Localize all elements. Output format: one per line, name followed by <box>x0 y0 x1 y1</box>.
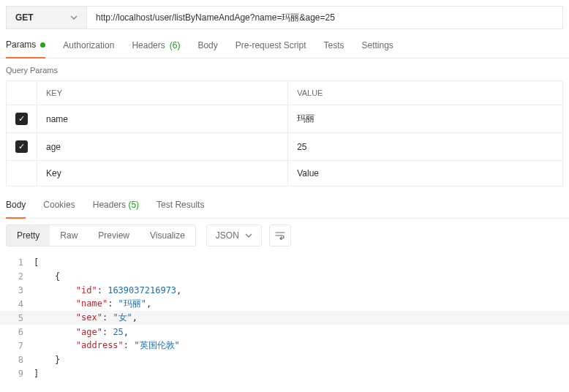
response-body: 1[2 {3 "id": 1639037216973,4 "name": "玛丽… <box>0 252 569 389</box>
line-number: 6 <box>0 327 34 337</box>
table-row-empty: KeyValue <box>7 161 563 186</box>
code-content: [ <box>34 257 39 268</box>
code-content: "address": "英国伦敦" <box>34 339 180 352</box>
query-params-label: Query Params <box>0 59 569 80</box>
line-number: 5 <box>0 313 34 323</box>
query-params-table: KEY VALUE ✓name玛丽✓age25KeyValue <box>6 80 563 186</box>
code-line[interactable]: 7 "address": "英国伦敦" <box>0 339 569 353</box>
param-value-cell[interactable]: 玛丽 <box>288 105 563 133</box>
line-number: 1 <box>0 257 34 268</box>
line-number: 2 <box>0 271 34 282</box>
resp-tab-body[interactable]: Body <box>6 200 26 219</box>
code-content: } <box>34 355 60 365</box>
param-key-cell[interactable]: name <box>37 105 288 133</box>
resp-tab-headers[interactable]: Headers (5) <box>93 200 139 218</box>
view-visualize[interactable]: Visualize <box>140 225 195 246</box>
view-pretty[interactable]: Pretty <box>7 225 50 246</box>
param-key-placeholder[interactable]: Key <box>37 161 288 186</box>
view-mode-group: Pretty Raw Preview Visualize <box>6 225 196 246</box>
http-method-select[interactable]: GET <box>7 7 87 29</box>
col-value: VALUE <box>288 81 563 105</box>
table-row: ✓name玛丽 <box>7 105 563 133</box>
tab-headers-count: (6) <box>170 40 181 50</box>
tab-headers[interactable]: Headers (6) <box>132 39 180 58</box>
param-checkbox[interactable]: ✓ <box>7 105 37 133</box>
line-number: 9 <box>0 369 34 379</box>
col-check <box>7 81 37 105</box>
request-tabs: Params Authorization Headers (6) Body Pr… <box>0 29 569 59</box>
code-content: ] <box>34 369 39 379</box>
url-input[interactable] <box>87 7 562 29</box>
param-value-cell[interactable]: 25 <box>288 133 563 161</box>
view-raw[interactable]: Raw <box>50 225 88 246</box>
request-bar: GET <box>6 6 563 29</box>
code-content: "id": 1639037216973, <box>34 285 181 295</box>
format-select[interactable]: JSON <box>206 225 262 246</box>
param-checkbox-empty <box>7 161 37 186</box>
view-preview[interactable]: Preview <box>88 225 140 246</box>
wrap-lines-icon[interactable] <box>269 225 291 246</box>
code-line[interactable]: 4 "name": "玛丽", <box>0 297 569 311</box>
tab-params[interactable]: Params <box>6 39 45 59</box>
check-icon: ✓ <box>15 113 28 125</box>
param-key-cell[interactable]: age <box>37 133 288 161</box>
tab-headers-label: Headers <box>132 40 165 50</box>
code-line[interactable]: 5 "sex": "女", <box>0 311 569 325</box>
code-line[interactable]: 8 } <box>0 353 569 366</box>
line-number: 4 <box>0 299 34 309</box>
code-content: "sex": "女", <box>34 312 137 324</box>
param-value-placeholder[interactable]: Value <box>288 161 563 186</box>
code-line[interactable]: 6 "age": 25, <box>0 325 569 339</box>
chevron-down-icon <box>70 15 78 20</box>
resp-tab-cookies[interactable]: Cookies <box>43 200 75 218</box>
format-label: JSON <box>216 230 239 241</box>
tab-authorization[interactable]: Authorization <box>63 39 114 58</box>
code-line[interactable]: 1[ <box>0 255 569 269</box>
line-number: 8 <box>0 355 34 365</box>
code-content: "name": "玛丽", <box>34 298 151 310</box>
table-row: ✓age25 <box>7 133 563 161</box>
response-view-bar: Pretty Raw Preview Visualize JSON <box>0 219 569 252</box>
code-line[interactable]: 3 "id": 1639037216973, <box>0 283 569 297</box>
tab-settings[interactable]: Settings <box>362 39 393 58</box>
col-key: KEY <box>37 81 288 105</box>
chevron-down-icon <box>245 233 252 238</box>
line-number: 3 <box>0 285 34 295</box>
param-checkbox[interactable]: ✓ <box>7 133 37 161</box>
resp-tab-test-results[interactable]: Test Results <box>157 200 204 218</box>
code-content: { <box>34 271 60 282</box>
code-line[interactable]: 2 { <box>0 269 569 283</box>
resp-tab-headers-label: Headers <box>93 200 126 210</box>
tab-tests[interactable]: Tests <box>323 39 344 58</box>
code-content: "age": 25, <box>34 327 129 337</box>
response-tabs: Body Cookies Headers (5) Test Results <box>0 186 569 219</box>
tab-body[interactable]: Body <box>197 39 217 58</box>
tab-params-label: Params <box>6 39 36 50</box>
check-icon: ✓ <box>15 140 28 153</box>
line-number: 7 <box>0 341 34 351</box>
active-dot-icon <box>40 42 45 48</box>
http-method-label: GET <box>15 12 34 23</box>
tab-prerequest[interactable]: Pre-request Script <box>235 39 306 58</box>
code-line[interactable]: 9] <box>0 366 569 380</box>
resp-tab-headers-count: (5) <box>128 200 139 210</box>
